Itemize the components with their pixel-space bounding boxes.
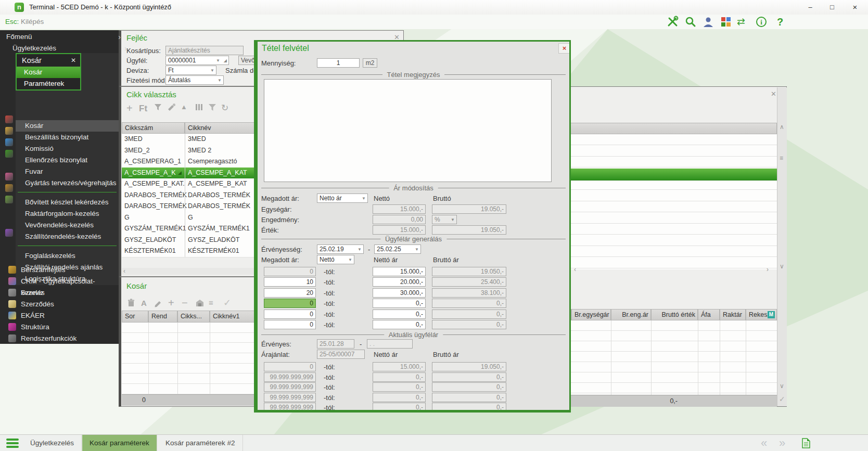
- scroll-up-icon[interactable]: ∧: [780, 123, 784, 131]
- col-sor[interactable]: Sor: [122, 311, 148, 323]
- megadott-ar-combo[interactable]: Netto ár▼: [317, 194, 368, 203]
- gen-netto-field[interactable]: 15.000,-: [373, 267, 426, 276]
- help-icon[interactable]: ?: [773, 16, 787, 28]
- chevron-down-icon[interactable]: ▼: [218, 76, 222, 85]
- col-raktar[interactable]: Raktár: [720, 309, 746, 320]
- module-item[interactable]: Struktúra: [21, 321, 49, 333]
- refresh-icon[interactable]: ↻: [221, 102, 228, 113]
- add-icon[interactable]: +: [126, 102, 133, 114]
- transfer-arrows-icon[interactable]: ⇄: [737, 16, 750, 28]
- submenu-item[interactable]: Vevőrendelés-kezelés: [16, 220, 119, 231]
- scroll-right-icon[interactable]: ›: [767, 266, 769, 273]
- warehouse-icon[interactable]: [195, 298, 205, 310]
- gen-qty-field[interactable]: 0: [264, 310, 316, 319]
- rename-icon[interactable]: A: [141, 299, 147, 307]
- confirm-check-icon[interactable]: ✓: [779, 395, 785, 403]
- chevron-down-icon[interactable]: ▼: [216, 57, 220, 65]
- chevron-down-icon[interactable]: ▼: [348, 256, 352, 264]
- apps-grid-icon[interactable]: [719, 16, 733, 28]
- close-button[interactable]: ×: [846, 2, 864, 12]
- module-item[interactable]: Rendszerfunkciók: [21, 333, 76, 344]
- deviza-combo[interactable]: Ft ▼: [165, 66, 216, 75]
- submenu-item[interactable]: Komissió: [16, 143, 119, 154]
- panel-close-icon[interactable]: ✕: [771, 90, 776, 98]
- gen-qty-field[interactable]: 0: [264, 320, 316, 329]
- tools-icon[interactable]: [666, 16, 680, 28]
- gen-qty-field[interactable]: 20: [264, 288, 316, 298]
- col-afa[interactable]: Áfa: [698, 309, 720, 320]
- gen-qty-field[interactable]: 10: [264, 277, 316, 287]
- scroll-thumb-icon[interactable]: ≡: [780, 154, 783, 162]
- col-br-egysegar[interactable]: Br.egységár: [571, 309, 611, 320]
- popup-item-kosar[interactable]: Kosár: [17, 67, 80, 78]
- chevron-down-icon[interactable]: ▼: [362, 195, 366, 203]
- gen-netto-field[interactable]: 30.000,-: [373, 288, 426, 298]
- minimize-button[interactable]: –: [801, 2, 819, 12]
- scroll-left-icon[interactable]: ‹: [574, 266, 576, 273]
- date-from-combo[interactable]: 25.02.19▼: [317, 244, 364, 254]
- taskbar-tab-kosar-parameterek-2[interactable]: Kosár paraméterek #2: [158, 435, 243, 451]
- gen-netto-field[interactable]: 0,-: [373, 320, 426, 329]
- megjegyzes-textarea[interactable]: [264, 79, 552, 182]
- col-br-eng-ar[interactable]: Br.eng.ár: [611, 309, 651, 320]
- user-icon[interactable]: [701, 16, 715, 28]
- col-cikkszam[interactable]: Cikkszám: [122, 122, 185, 134]
- document-icon[interactable]: [801, 438, 811, 450]
- submenu-item[interactable]: Gyártás tervezés/végrehajtás: [16, 177, 119, 189]
- mennyiseg-input[interactable]: 1: [317, 58, 360, 68]
- sort-up-icon[interactable]: ▲: [181, 103, 187, 111]
- chevron-down-icon[interactable]: ▼: [210, 67, 214, 75]
- submenu-item[interactable]: Beszállítás bizonylat: [16, 132, 119, 143]
- info-icon[interactable]: i: [755, 16, 768, 28]
- scroll-down2-icon[interactable]: ∨: [780, 382, 784, 390]
- module-item[interactable]: Szerviz: [21, 287, 44, 299]
- scrollbar-track[interactable]: [777, 87, 787, 406]
- chevron-down-icon[interactable]: ▼: [451, 216, 455, 224]
- submenu-item[interactable]: Bővített készlet lekérdezés: [16, 197, 119, 208]
- maximize-button[interactable]: □: [823, 2, 841, 12]
- tools-brush-icon[interactable]: [167, 102, 176, 114]
- search-icon[interactable]: [684, 16, 697, 28]
- add-row-icon[interactable]: +: [168, 297, 174, 309]
- engedmeny-unit-combo[interactable]: %▼: [432, 215, 457, 224]
- hamburger-menu-icon[interactable]: [6, 439, 19, 448]
- gen-netto-field[interactable]: 0,-: [373, 299, 426, 308]
- taskbar-tab-kosar-parameterek[interactable]: Kosár paraméterek: [82, 435, 157, 451]
- col-brutto-ertek[interactable]: Bruttó érték: [651, 309, 698, 320]
- gen-netto-field[interactable]: 0,-: [373, 310, 426, 319]
- submenu-item[interactable]: Szállítórendelés-kezelés: [16, 231, 119, 242]
- check-icon[interactable]: ✓: [223, 297, 231, 308]
- trash-icon[interactable]: [126, 298, 136, 310]
- date-to-combo[interactable]: 25.02.25▼: [374, 244, 421, 254]
- dialog-close-button[interactable]: ×: [558, 43, 570, 54]
- scroll-left-icon[interactable]: ‹: [123, 267, 125, 275]
- list-icon[interactable]: ≡: [209, 298, 213, 307]
- taskbar-tab-ugyletkezeles[interactable]: Ügyletkezelés: [23, 435, 82, 451]
- price-ft-icon[interactable]: Ft: [139, 104, 147, 114]
- gen-megadott-ar-combo[interactable]: Nettó▼: [317, 255, 354, 264]
- kosartipus-field[interactable]: Ajánlatkészítés: [165, 46, 244, 55]
- module-item[interactable]: Bérszámfejtés: [21, 264, 66, 276]
- columns-icon[interactable]: [194, 102, 203, 114]
- gen-qty-field[interactable]: 0: [264, 267, 316, 276]
- popup-item-parameterek[interactable]: Paraméterek: [17, 78, 80, 89]
- col-rend[interactable]: Rend: [148, 311, 177, 323]
- chevron-down-icon[interactable]: ▼: [415, 246, 419, 254]
- submenu-item[interactable]: Raktárforgalom-kezelés: [16, 208, 119, 220]
- submenu-item[interactable]: Foglaláskezelés: [16, 250, 119, 262]
- remove-row-icon[interactable]: −: [182, 297, 188, 309]
- menu-group-ugyletkezeles[interactable]: Ügyletkezelés›: [0, 43, 131, 54]
- gen-qty-field[interactable]: 0: [264, 299, 316, 308]
- submenu-item[interactable]: Fuvar: [16, 166, 119, 177]
- module-item[interactable]: Szerződés: [21, 299, 54, 310]
- gen-netto-field[interactable]: 20.000,-: [373, 277, 426, 287]
- ugyfel-combo[interactable]: 00000001 ▼ ◢: [165, 56, 229, 65]
- filter-icon[interactable]: [208, 102, 217, 114]
- col-cikks[interactable]: Cikks...: [177, 311, 210, 323]
- module-item[interactable]: EKÁER: [21, 310, 45, 321]
- submenu-item[interactable]: Kosár: [16, 120, 119, 132]
- menu-root[interactable]: Főmenü›: [0, 31, 125, 43]
- close-icon[interactable]: ✕: [71, 54, 76, 67]
- chevron-down-icon[interactable]: ▼: [358, 246, 362, 254]
- scroll-down-icon[interactable]: ∨: [780, 263, 784, 270]
